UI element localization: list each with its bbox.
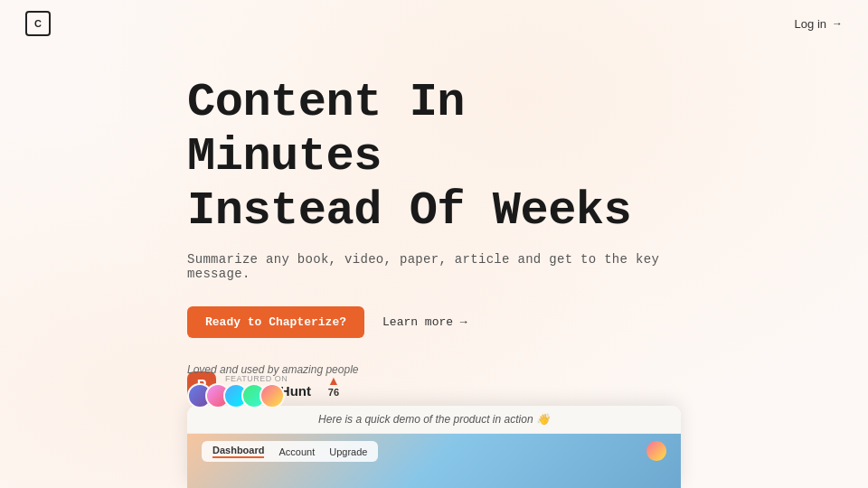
- demo-nav-account[interactable]: Account: [278, 446, 315, 457]
- hero-title-line2: Instead Of Weeks: [187, 184, 631, 238]
- hero-subtitle: Summarize any book, video, paper, articl…: [187, 252, 681, 281]
- hero-title: Content In Minutes Instead Of Weeks: [187, 76, 681, 238]
- hero-title-line1: Content In Minutes: [187, 76, 465, 183]
- logo-letter: C: [34, 18, 42, 29]
- cta-primary-button[interactable]: Ready to Chapterize?: [187, 306, 364, 338]
- social-proof-text: Loved and used by amazing people: [187, 363, 681, 376]
- demo-card-nav: Dashboard Account Upgrade: [202, 441, 378, 462]
- navbar: C Log in →: [0, 0, 868, 47]
- logo[interactable]: C: [25, 11, 51, 36]
- demo-card-content: Dashboard Account Upgrade: [187, 434, 681, 488]
- avatar: [259, 383, 285, 408]
- demo-nav-upgrade[interactable]: Upgrade: [329, 446, 367, 457]
- hero-section: Content In Minutes Instead Of Weeks Summ…: [0, 47, 868, 408]
- hero-cta: Ready to Chapterize? Learn more: [187, 306, 681, 338]
- login-button[interactable]: Log in: [795, 17, 826, 31]
- demo-user-avatar: [646, 441, 666, 461]
- social-proof: Loved and used by amazing people: [187, 363, 681, 408]
- login-arrow-icon: →: [832, 17, 843, 30]
- demo-card: Here is a quick demo of the product in a…: [187, 406, 681, 488]
- demo-nav-dashboard[interactable]: Dashboard: [212, 445, 264, 458]
- nav-right: Log in →: [795, 17, 843, 31]
- logo-icon: C: [25, 11, 51, 36]
- avatar-group: [187, 383, 681, 408]
- demo-card-header: Here is a quick demo of the product in a…: [187, 406, 681, 434]
- cta-secondary-link[interactable]: Learn more: [382, 315, 467, 329]
